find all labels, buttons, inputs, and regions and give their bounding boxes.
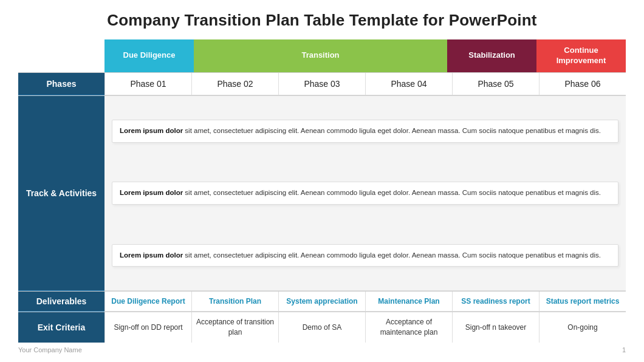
exit-4: Acceptance of maintenance plan (365, 312, 452, 343)
activities-content: Lorem ipsum dolor sit amet, consectetuer… (104, 96, 626, 292)
deliverable-5: SS readiness report (452, 292, 539, 312)
exit-6: On-going (539, 312, 626, 343)
activity-box-1: Lorem ipsum dolor sit amet, consectetuer… (112, 120, 618, 142)
band-due-diligence: Due Diligence (104, 39, 194, 72)
exit-2: Acceptance of transition plan (191, 312, 278, 343)
activities-header: Track & Activities (18, 96, 104, 292)
exit-1: Sign-off on DD report (104, 312, 191, 343)
exit-3: Demo of SA (278, 312, 365, 343)
exit-5: Sign-off n takeover (452, 312, 539, 343)
footer: Your Company Name 1 (18, 343, 626, 353)
activity-bold-1: Lorem ipsum dolor (120, 127, 183, 134)
phase-03-cell: Phase 03 (278, 73, 365, 95)
company-name: Your Company Name (18, 346, 82, 353)
phase-05-cell: Phase 05 (452, 73, 539, 95)
table-wrapper: Due Diligence Transition Stabilization C… (18, 39, 626, 343)
activity-bold-3: Lorem ipsum dolor (120, 251, 183, 259)
deliverable-2: Transition Plan (191, 292, 278, 312)
band-continue-improvement: Continue Improvement (536, 39, 626, 72)
page: Company Transition Plan Table Template f… (0, 0, 644, 362)
phase-04-cell: Phase 04 (365, 73, 452, 95)
activity-box-2: Lorem ipsum dolor sit amet, consectetuer… (112, 182, 618, 204)
page-title: Company Transition Plan Table Template f… (18, 11, 626, 30)
phases-header: Phases (18, 73, 104, 95)
band-stabilization: Stabilization (447, 39, 536, 72)
activity-box-3: Lorem ipsum dolor sit amet, consectetuer… (112, 244, 618, 267)
activity-rest-1: sit amet, consectetuer adipiscing elit. … (183, 127, 601, 134)
phase-02-cell: Phase 02 (191, 73, 278, 95)
activity-bold-2: Lorem ipsum dolor (120, 189, 183, 196)
exit-criteria-header: Exit Criteria (18, 312, 104, 343)
band-spacer (18, 39, 104, 72)
exit-criteria-row: Exit Criteria Sign-off on DD report Acce… (18, 312, 626, 343)
deliverable-1: Due Diligence Report (104, 292, 191, 312)
deliverables-header: Deliverables (18, 292, 104, 312)
deliverable-3: System appreciation (278, 292, 365, 312)
phase-01-cell: Phase 01 (104, 73, 191, 95)
phase-06-cell: Phase 06 (539, 73, 626, 95)
activity-rest-3: sit amet, consectetuer adipiscing elit. … (183, 251, 601, 259)
page-number: 1 (622, 346, 626, 353)
activity-rest-2: sit amet, consectetuer adipiscing elit. … (183, 189, 601, 196)
deliverables-row: Deliverables Due Diligence Report Transi… (18, 291, 626, 312)
deliverable-4: Maintenance Plan (365, 292, 452, 312)
band-row: Due Diligence Transition Stabilization C… (18, 39, 626, 72)
activities-row: Track & Activities Lorem ipsum dolor sit… (18, 95, 626, 292)
deliverable-6: Status report metrics (539, 292, 626, 312)
band-transition: Transition (194, 39, 447, 72)
phases-row: Phases Phase 01 Phase 02 Phase 03 Phase … (18, 72, 626, 95)
